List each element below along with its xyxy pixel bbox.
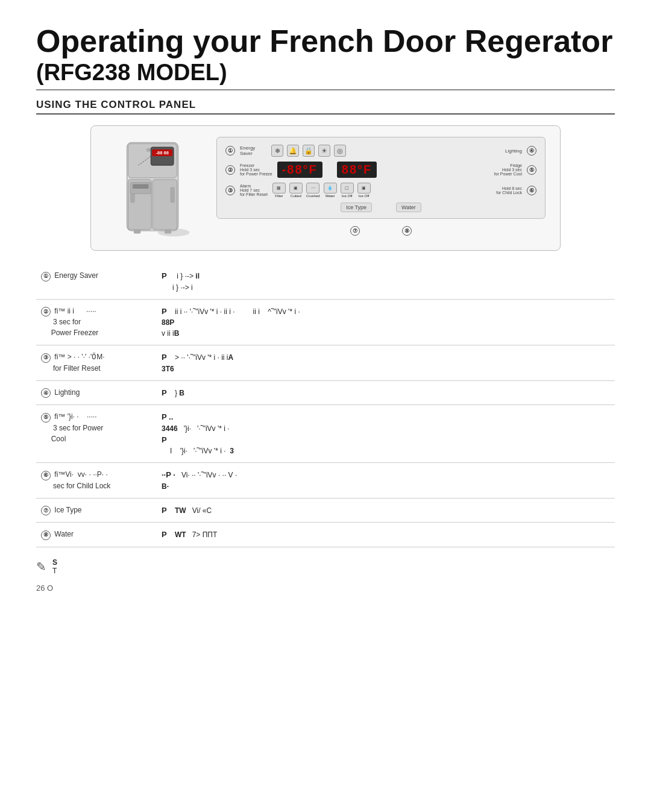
- panel-label-ice-type: Ice Type: [341, 203, 372, 212]
- main-title: Operating your French Door Regerator: [36, 24, 615, 58]
- desc-content-child-lock: ··P · Vi· ·· '·˜"iVv · ·· V · B·: [157, 463, 615, 499]
- icon-wifi: ◎: [334, 145, 346, 157]
- desc-row-power-cool: ⑤ fi™ '}i· · ····· 3 sec for Power Cool …: [36, 405, 615, 463]
- desc-label-ice-type: ⑦ Ice Type: [36, 498, 157, 523]
- press-label-7: P: [162, 506, 167, 515]
- panel-num-4: ④: [527, 146, 536, 156]
- num-circle-2: ②: [41, 307, 51, 316]
- desc-label-power-freezer: ② fi™ ii i ····· 3 sec for Power Freezer: [36, 299, 157, 345]
- svg-rect-12: [133, 184, 148, 189]
- desc-row-ice-type: ⑦ Ice Type P TW Vi/ «C: [36, 498, 615, 523]
- desc-row-water: ⑧ Water P WT 7> ΠΠT: [36, 523, 615, 547]
- svg-text:-88  88: -88 88: [156, 150, 168, 156]
- num-circle-6: ⑥: [41, 471, 51, 480]
- icon-crushed-label: Crushed: [306, 194, 320, 198]
- panel-num-7: ⑦: [350, 226, 360, 236]
- num-circle-4: ④: [41, 388, 51, 398]
- press-label-8: P: [162, 530, 167, 539]
- desc-content-ice-type: P TW Vi/ «C: [157, 498, 615, 523]
- desc-label-power-cool: ⑤ fi™ '}i· · ····· 3 sec for Power Cool: [36, 405, 157, 463]
- panel-label-child-lock: Hold 8 secfor Child Lock: [495, 186, 522, 195]
- note-bold-s: S: [52, 558, 57, 567]
- bold-88p: 88P: [162, 318, 174, 327]
- num-circle-1: ①: [41, 272, 51, 282]
- icon-water-label: Water: [326, 194, 335, 198]
- panel-label-water: Water: [396, 203, 421, 212]
- panel-row-3: ③ AlarmHold 7 secfor Filter Reset ▦ Filt…: [225, 183, 536, 198]
- desc-row-child-lock: ⑥ fi™Vi· vv· · ··P· · sec for Child Lock…: [36, 463, 615, 499]
- svg-rect-15: [165, 229, 171, 234]
- num-circle-3: ③: [41, 353, 51, 363]
- svg-rect-14: [134, 229, 140, 234]
- panel-icons-row3: ▦ Filter ▣ Cubed ⋯ Crushed: [272, 183, 371, 198]
- icon-snowflake: ❄: [271, 145, 283, 157]
- press-label-1: P: [162, 271, 167, 280]
- icon-cubed: ▣: [289, 183, 303, 194]
- page-number: 26 O: [36, 584, 615, 593]
- panel-inner: ① EnergySaver ❄ 🔔 🔒 ☀ ◎ Lighting ④: [216, 137, 546, 219]
- panel-num-2: ②: [225, 165, 235, 175]
- panel-row-1: ① EnergySaver ❄ 🔔 🔒 ☀ ◎ Lighting ④: [225, 145, 536, 157]
- desc-content-power-freezer: P ii i ·· '·˜"iVv '* i · ii i · ii i ^˜"…: [157, 299, 615, 345]
- desc-row-filter-reset: ③ fi™ > · · '·' ·'0̈M· for Filter Reset …: [36, 345, 615, 381]
- press-label-6a: ··P ·: [162, 470, 175, 479]
- panel-bottom-row: Ice Type Water: [225, 203, 536, 212]
- desc-content-energy-saver: P i } ·-> il i } ·-> i: [157, 264, 615, 299]
- circle-nums-bottom: ⑦ ⑧: [216, 222, 546, 236]
- desc-row-lighting: ④ Lighting P } B: [36, 380, 615, 405]
- control-panel-diagram: -88 88 ① EnergySaver: [36, 125, 615, 251]
- note-text: S T: [52, 558, 57, 575]
- desc-label-lighting: ④ Lighting: [36, 380, 157, 405]
- desc-content-lighting: P } B: [157, 380, 615, 405]
- desc-row-energy-saver: ① Energy Saver P i } ·-> il i } ·-> i: [36, 264, 615, 299]
- press-label-5a: P ..: [162, 412, 173, 421]
- diagram-box: -88 88 ① EnergySaver: [90, 125, 561, 251]
- bold-tw: TW: [175, 506, 186, 515]
- icon-ice-off-1-label: Ice Off: [342, 194, 353, 198]
- icon-ice-off-2: ▣: [357, 183, 371, 194]
- desc-label-water: ⑧ Water: [36, 523, 157, 547]
- icon-filter-label: Filter: [275, 194, 283, 198]
- icon-sun: ☀: [318, 145, 330, 157]
- icon-sound: 🔔: [287, 145, 299, 157]
- panel-num-8: ⑧: [402, 226, 412, 236]
- panel-label-freezer: FreezerHold 3 secfor Power Freeze: [240, 163, 272, 176]
- icon-ice-off-2-label: Ice Off: [359, 194, 370, 198]
- icon-filter: ▦: [272, 183, 286, 194]
- panel-display-left: -88°F: [277, 162, 322, 178]
- panel-label-energy-saver: EnergySaver: [240, 145, 266, 156]
- press-label-4: P: [162, 388, 167, 397]
- bold-3446: 3446: [162, 424, 178, 433]
- panel-num-6: ⑥: [527, 186, 536, 195]
- panel-num-1: ①: [225, 146, 235, 156]
- press-label-5b: P: [162, 435, 167, 444]
- note-box: ✎ S T: [36, 558, 615, 575]
- panel-icons-row1: ❄ 🔔 🔒 ☀ ◎: [271, 145, 346, 157]
- bold-b-child: B·: [162, 482, 169, 491]
- panel-area: ① EnergySaver ❄ 🔔 🔒 ☀ ◎ Lighting ④: [216, 137, 546, 236]
- icon-cubed-label: Cubed: [291, 194, 301, 198]
- fridge-illustration: -88 88: [115, 137, 193, 239]
- panel-label-lighting: Lighting: [495, 148, 522, 154]
- desc-label-filter-reset: ③ fi™ > · · '·' ·'0̈M· for Filter Reset: [36, 345, 157, 381]
- note-icon: ✎: [36, 559, 46, 574]
- sub-title: (RFG238 MODEL): [36, 60, 615, 86]
- page-container: Operating your French Door Regerator (RF…: [36, 24, 615, 593]
- icon-lock: 🔒: [303, 145, 315, 157]
- panel-row-2: ② FreezerHold 3 secfor Power Freeze -88°…: [225, 162, 536, 178]
- description-table: ① Energy Saver P i } ·-> il i } ·-> i ② …: [36, 264, 615, 547]
- desc-label-energy-saver: ① Energy Saver: [36, 264, 157, 299]
- note-text-t: T: [52, 567, 57, 575]
- panel-display-right: 88°F: [337, 162, 377, 178]
- section-heading: USING THE CONTROL PANEL: [36, 99, 615, 115]
- panel-num-3: ③: [225, 186, 235, 195]
- desc-row-power-freezer: ② fi™ ii i ····· 3 sec for Power Freezer…: [36, 299, 615, 345]
- desc-content-power-cool: P .. 3446 '}i· '·˜"iVv '* i · P I '}i· '…: [157, 405, 615, 463]
- panel-label-alarm: AlarmHold 7 secfor Filter Reset: [240, 184, 268, 197]
- press-label-3a: P: [162, 353, 167, 362]
- desc-content-water: P WT 7> ΠΠT: [157, 523, 615, 547]
- title-divider: [36, 89, 615, 90]
- num-circle-7: ⑦: [41, 506, 51, 515]
- icon-ice-off-1: ▢: [341, 183, 354, 194]
- press-label-2a: P: [162, 307, 167, 316]
